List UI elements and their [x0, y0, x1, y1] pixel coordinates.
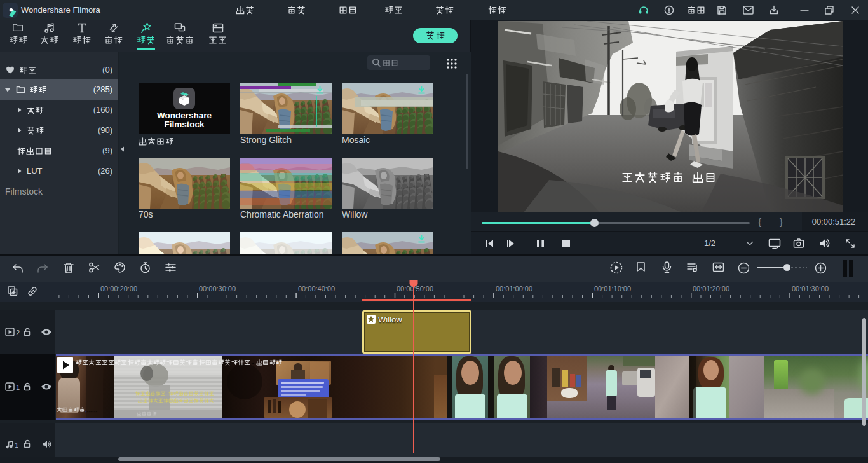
svg-text:1: 1: [15, 441, 18, 449]
svg-text:2: 2: [16, 329, 20, 336]
svg-text:1: 1: [16, 384, 20, 391]
